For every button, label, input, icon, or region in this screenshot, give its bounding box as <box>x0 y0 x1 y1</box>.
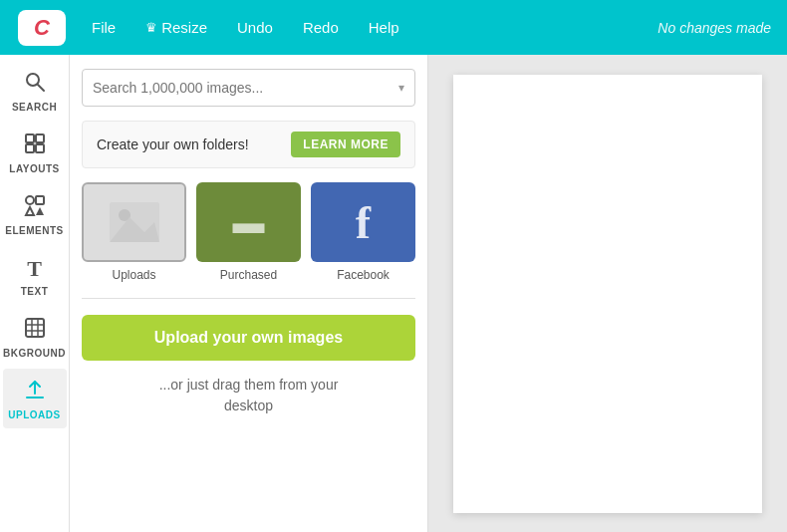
sidebar-item-search[interactable]: SEARCH <box>3 61 67 121</box>
svg-point-0 <box>27 74 39 86</box>
svg-rect-3 <box>36 134 44 142</box>
image-options: Uploads ▬ Purchased f Facebook <box>82 182 415 282</box>
uploads-icon <box>24 379 46 405</box>
elements-icon <box>24 194 46 221</box>
svg-rect-7 <box>36 196 44 204</box>
status-text: No changes made <box>657 20 771 36</box>
uploads-thumbnail <box>82 182 186 262</box>
svg-line-1 <box>38 85 44 91</box>
facebook-label: Facebook <box>337 268 390 282</box>
svg-marker-9 <box>36 207 44 215</box>
folder-banner-text: Create your own folders! <box>97 136 249 152</box>
svg-rect-4 <box>26 144 34 152</box>
uploads-label: Uploads <box>112 268 155 282</box>
sidebar-item-layouts[interactable]: LAYOUTS <box>3 123 67 182</box>
nav-redo[interactable]: Redo <box>297 15 345 40</box>
canvas-page <box>453 75 762 513</box>
svg-rect-5 <box>36 144 44 152</box>
nav-resize[interactable]: ♛ Resize <box>139 15 213 40</box>
panel: ▾ Create your own folders! LEARN MORE Up… <box>70 55 428 532</box>
text-icon: T <box>27 256 42 282</box>
sidebar-layouts-label: LAYOUTS <box>9 163 59 174</box>
logo-text: C <box>34 15 50 41</box>
learn-more-button[interactable]: LEARN MORE <box>291 132 400 157</box>
canvas-area <box>428 55 787 532</box>
svg-rect-2 <box>26 134 34 142</box>
main-area: SEARCH LAYOUTS E <box>0 55 787 532</box>
search-icon <box>24 71 46 98</box>
purchased-thumbnail: ▬ <box>196 182 301 262</box>
folder-banner: Create your own folders! LEARN MORE <box>82 121 415 168</box>
nav-undo[interactable]: Undo <box>231 15 279 40</box>
uploads-option[interactable]: Uploads <box>82 182 186 282</box>
upload-button[interactable]: Upload your own images <box>82 315 415 361</box>
logo[interactable]: C <box>16 10 68 46</box>
topbar: C File ♛ Resize Undo Redo Help No change… <box>0 0 787 55</box>
sidebar-item-text[interactable]: T TEXT <box>3 246 67 305</box>
search-input[interactable] <box>93 80 398 96</box>
svg-rect-10 <box>26 319 44 337</box>
sidebar-item-elements[interactable]: ELEMENTS <box>3 184 67 244</box>
nav-help[interactable]: Help <box>363 15 405 40</box>
bkground-icon <box>24 317 46 344</box>
layouts-icon <box>24 133 46 159</box>
purchased-label: Purchased <box>220 268 277 282</box>
dropdown-arrow-icon[interactable]: ▾ <box>398 81 404 95</box>
facebook-icon: f <box>356 196 371 249</box>
divider <box>82 298 415 299</box>
sidebar-bkground-label: BKGROUND <box>3 348 66 359</box>
resize-icon: ♛ <box>145 20 157 35</box>
sidebar-elements-label: ELEMENTS <box>5 225 63 236</box>
purchased-option[interactable]: ▬ Purchased <box>196 182 301 282</box>
facebook-thumbnail: f <box>311 182 415 262</box>
search-bar[interactable]: ▾ <box>82 69 415 107</box>
sidebar-uploads-label: UPLOADS <box>8 409 60 420</box>
card-icon: ▬ <box>233 204 265 241</box>
nav-file[interactable]: File <box>86 15 122 40</box>
sidebar-search-label: SEARCH <box>12 102 57 113</box>
sidebar-item-uploads[interactable]: UPLOADS <box>3 369 67 428</box>
sidebar: SEARCH LAYOUTS E <box>0 55 70 532</box>
sidebar-text-label: TEXT <box>21 286 49 297</box>
sidebar-item-bkground[interactable]: BKGROUND <box>3 307 67 367</box>
svg-marker-8 <box>26 207 34 215</box>
drag-text: ...or just drag them from yourdesktop <box>82 375 415 416</box>
facebook-option[interactable]: f Facebook <box>311 182 415 282</box>
svg-point-6 <box>26 196 34 204</box>
